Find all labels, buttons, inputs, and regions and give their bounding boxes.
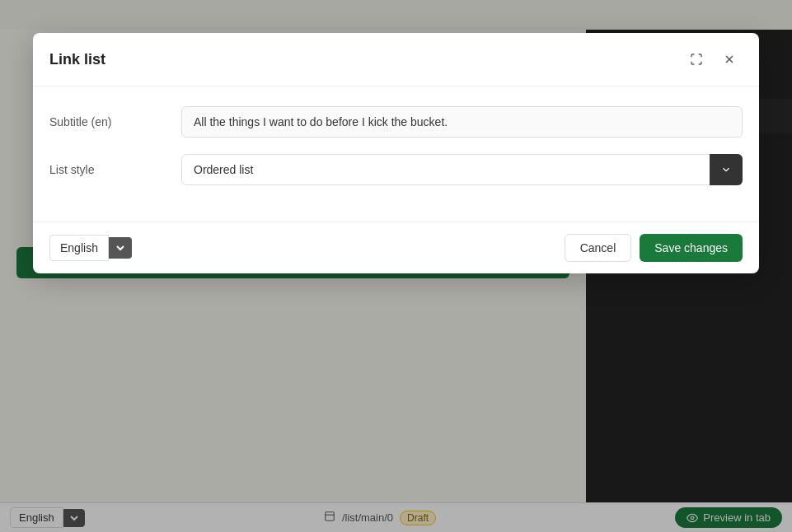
expand-icon <box>690 53 703 66</box>
modal-language-selector[interactable]: English <box>49 235 132 261</box>
save-changes-button[interactable]: Save changes <box>640 234 743 262</box>
subtitle-label: Subtitle (en) <box>49 115 181 128</box>
list-style-label: List style <box>49 163 181 176</box>
modal-lang-chevron-button[interactable] <box>109 237 132 259</box>
cancel-button[interactable]: Cancel <box>565 234 632 262</box>
modal-lang-button[interactable]: English <box>49 235 109 261</box>
modal-footer-actions: Cancel Save changes <box>565 234 743 262</box>
list-style-select-wrap: Ordered list Unordered list <box>181 154 743 185</box>
modal-body: Subtitle (en) List style Ordered list Un… <box>33 86 759 222</box>
close-icon <box>723 53 736 66</box>
modal-overlay: Link list Subtitle (en) List style Order <box>0 0 792 532</box>
modal-title: Link list <box>49 51 105 68</box>
modal-footer: English Cancel Save changes <box>33 222 759 273</box>
list-style-field-row: List style Ordered list Unordered list <box>49 154 743 185</box>
modal-expand-button[interactable] <box>683 46 710 72</box>
modal-close-button[interactable] <box>716 46 743 72</box>
link-list-modal: Link list Subtitle (en) List style Order <box>33 33 759 273</box>
modal-header-buttons <box>683 46 743 72</box>
list-style-select[interactable]: Ordered list Unordered list <box>181 154 743 185</box>
subtitle-field-row: Subtitle (en) <box>49 106 743 138</box>
subtitle-input[interactable] <box>181 106 743 138</box>
modal-header: Link list <box>33 33 759 86</box>
